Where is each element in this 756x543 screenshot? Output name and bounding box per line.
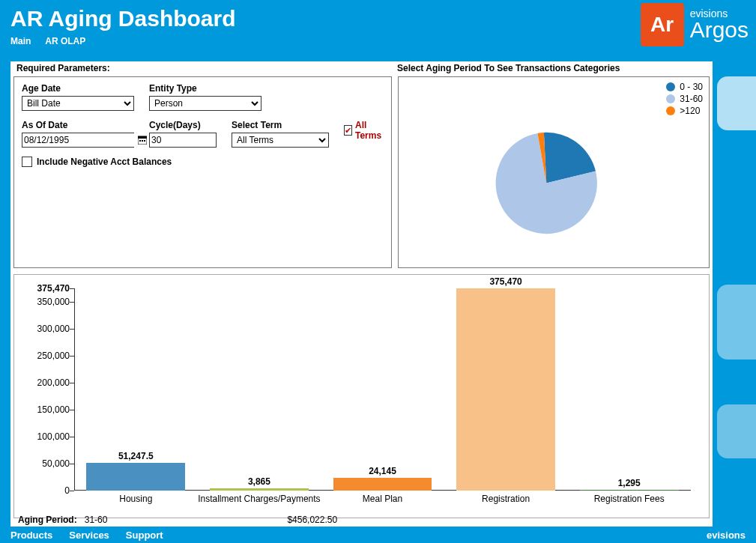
legend-swatch bbox=[666, 82, 675, 91]
bar-rect[interactable] bbox=[456, 288, 555, 491]
legend-label: >120 bbox=[680, 106, 700, 116]
y-tick-label: 300,000 bbox=[22, 324, 70, 334]
pie-legend: 0 - 30 31-60 >120 bbox=[666, 82, 703, 118]
pie-panel: 0 - 30 31-60 >120 bbox=[398, 76, 710, 268]
legend-swatch bbox=[666, 94, 675, 103]
logo-tile: Ar bbox=[641, 3, 684, 46]
bar-x-label: Registration Fees bbox=[567, 491, 691, 504]
age-date-label: Age Date bbox=[22, 83, 134, 94]
svg-rect-1 bbox=[138, 136, 147, 139]
logo: Ar evisions Argos bbox=[641, 3, 749, 46]
params-panel: Age Date Bill Date Entity Type Person bbox=[13, 76, 392, 268]
select-term-label: Select Term bbox=[232, 120, 329, 130]
pie-chart[interactable] bbox=[402, 80, 706, 264]
bar-slot: 1,295Registration Fees bbox=[567, 288, 691, 491]
select-term-select[interactable]: All Terms bbox=[232, 133, 329, 148]
include-negative-label: Include Negative Acct Balances bbox=[37, 157, 172, 167]
params-title: Required Parameters: bbox=[13, 61, 388, 76]
side-tab bbox=[717, 285, 756, 360]
bar-value-label: 375,470 bbox=[444, 276, 568, 287]
cycle-input[interactable] bbox=[149, 133, 217, 148]
page-title: AR Aging Dashboard bbox=[10, 6, 746, 31]
all-terms-label: All Terms bbox=[355, 120, 384, 141]
svg-rect-2 bbox=[139, 140, 141, 142]
y-tick-label: 100,000 bbox=[22, 431, 70, 442]
bar-x-label: Housing bbox=[74, 491, 198, 504]
bar-slot: 3,865Installment Charges/Payments bbox=[198, 288, 321, 491]
footer: Products Services Support evisions bbox=[0, 527, 756, 543]
y-tick-label: 200,000 bbox=[22, 377, 70, 388]
legend-label: 0 - 30 bbox=[680, 82, 703, 92]
summary-bar: Aging Period: 31-60 $456,022.50 bbox=[13, 513, 710, 527]
side-tab bbox=[717, 76, 756, 130]
legend-item[interactable]: 31-60 bbox=[666, 94, 703, 104]
as-of-date-input[interactable] bbox=[22, 133, 138, 147]
aging-period-label: Aging Period: bbox=[18, 515, 77, 525]
svg-rect-3 bbox=[142, 140, 143, 142]
legend-label: 31-60 bbox=[680, 94, 703, 104]
legend-swatch bbox=[666, 106, 675, 115]
bar-rect[interactable] bbox=[86, 463, 185, 491]
entity-type-select[interactable]: Person bbox=[149, 96, 261, 111]
bar-value-label: 3,865 bbox=[198, 476, 321, 487]
logo-brand-large: Argos bbox=[690, 19, 749, 41]
legend-item[interactable]: 0 - 30 bbox=[666, 82, 703, 92]
aging-period-value: 31-60 bbox=[85, 515, 108, 525]
bar-x-label: Meal Plan bbox=[321, 491, 444, 504]
bar-value-label: 24,145 bbox=[321, 466, 444, 476]
breadcrumb-item[interactable]: Main bbox=[10, 36, 31, 46]
bar-slot: 24,145Meal Plan bbox=[321, 288, 444, 491]
include-negative-checkbox[interactable] bbox=[22, 157, 32, 167]
bar-slot: 375,470Registration bbox=[444, 288, 568, 491]
pie-title: Select Aging Period To See Transactions … bbox=[394, 61, 710, 76]
breadcrumb-item[interactable]: AR OLAP bbox=[45, 36, 85, 46]
y-tick-label: 50,000 bbox=[22, 458, 70, 469]
footer-link-products[interactable]: Products bbox=[10, 530, 52, 541]
bar-panel: 375,470350,000300,000250,000200,000150,0… bbox=[13, 274, 710, 518]
header: AR Aging Dashboard Main AR OLAP Ar evisi… bbox=[0, 0, 756, 60]
bar-rect[interactable] bbox=[333, 478, 432, 491]
bar-value-label: 51,247.5 bbox=[74, 451, 198, 461]
footer-link-services[interactable]: Services bbox=[69, 530, 109, 541]
bar-x-label: Registration bbox=[444, 491, 568, 504]
content: Required Parameters: Select Aging Period… bbox=[10, 61, 713, 527]
y-tick-label: 375,470 bbox=[22, 283, 70, 294]
svg-rect-4 bbox=[144, 140, 145, 142]
bar-x-label: Installment Charges/Payments bbox=[198, 491, 321, 504]
side-tab bbox=[717, 404, 756, 458]
as-of-date-input-wrap[interactable] bbox=[22, 133, 134, 148]
y-tick-label: 250,000 bbox=[22, 351, 70, 361]
calendar-icon[interactable] bbox=[138, 136, 147, 145]
y-tick-label: 350,000 bbox=[22, 297, 70, 307]
bar-chart[interactable]: 375,470350,000300,000250,000200,000150,0… bbox=[74, 288, 691, 491]
entity-type-label: Entity Type bbox=[149, 83, 261, 94]
footer-link-support[interactable]: Support bbox=[126, 530, 163, 541]
legend-item[interactable]: >120 bbox=[666, 106, 703, 116]
bar-slot: 51,247.5Housing bbox=[74, 288, 198, 491]
aging-total: $456,022.50 bbox=[287, 515, 337, 525]
all-terms-checkbox[interactable]: ✔ bbox=[344, 125, 352, 136]
y-tick-label: 0 bbox=[22, 485, 70, 496]
breadcrumb: Main AR OLAP bbox=[10, 36, 746, 46]
age-date-select[interactable]: Bill Date bbox=[22, 96, 134, 111]
bar-value-label: 1,295 bbox=[567, 478, 691, 488]
y-tick-label: 150,000 bbox=[22, 404, 70, 415]
cycle-label: Cycle(Days) bbox=[149, 120, 217, 130]
as-of-date-label: As Of Date bbox=[22, 120, 134, 130]
footer-brand: evisions bbox=[707, 530, 746, 541]
